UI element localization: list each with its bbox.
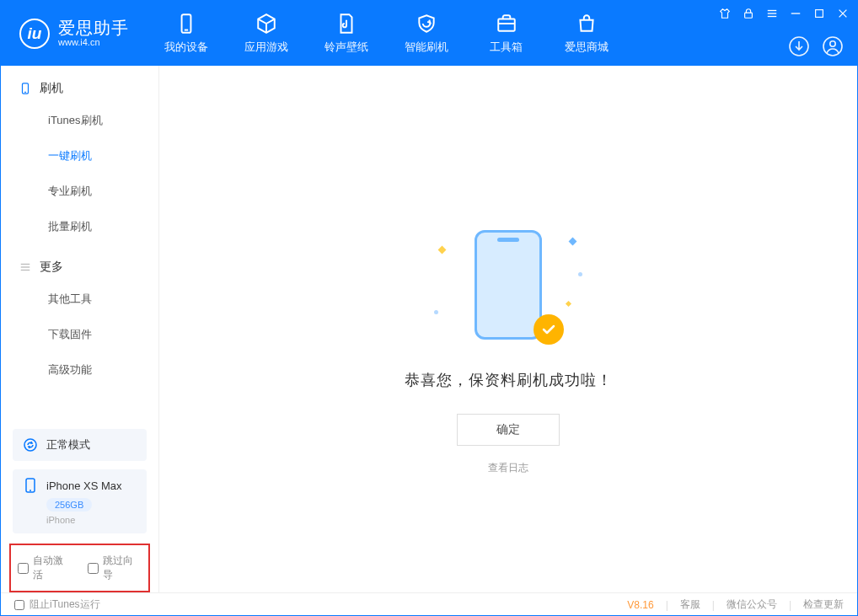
- checkbox-auto-activate[interactable]: 自动激活: [18, 554, 72, 582]
- svg-rect-8: [816, 10, 823, 18]
- footer-link-check-update[interactable]: 检查更新: [803, 597, 844, 612]
- checkbox-skip-guide[interactable]: 跳过向导: [88, 554, 142, 582]
- music-file-icon: [335, 13, 357, 35]
- svg-point-19: [24, 439, 36, 451]
- titlebar: iu 爱思助手 www.i4.cn 我的设备 应用游戏 铃声壁纸 智能刷机 工具…: [1, 1, 857, 66]
- nav-smart-flash[interactable]: 智能刷机: [386, 1, 466, 66]
- checkmark-badge-icon: [534, 314, 564, 345]
- bag-icon: [576, 13, 598, 35]
- top-navigation: 我的设备 应用游戏 铃声壁纸 智能刷机 工具箱 爱思商城: [146, 1, 626, 66]
- main-content: 恭喜您，保资料刷机成功啦！ 确定 查看日志: [159, 66, 857, 592]
- nav-toolbox[interactable]: 工具箱: [466, 1, 546, 66]
- success-illustration: [458, 230, 559, 340]
- user-circle-icon[interactable]: [822, 35, 844, 57]
- sidebar-item-itunes-flash[interactable]: iTunes刷机: [1, 103, 158, 138]
- svg-rect-2: [498, 19, 515, 30]
- download-circle-icon[interactable]: [788, 35, 810, 57]
- sidebar-group-more: 更多: [1, 244, 158, 281]
- view-log-link[interactable]: 查看日志: [488, 461, 528, 475]
- app-url: www.i4.cn: [58, 37, 129, 47]
- cube-icon: [255, 13, 277, 35]
- footer-bar: 阻止iTunes运行 V8.16 | 客服 | 微信公众号 | 检查更新: [1, 592, 857, 616]
- lock-icon[interactable]: [743, 8, 754, 19]
- nav-my-device[interactable]: 我的设备: [146, 1, 226, 66]
- sidebar-item-batch-flash[interactable]: 批量刷机: [1, 209, 158, 244]
- nav-store[interactable]: 爱思商城: [546, 1, 626, 66]
- sidebar: 刷机 iTunes刷机 一键刷机 专业刷机 批量刷机 更多 其他工具 下载固件 …: [1, 66, 159, 592]
- refresh-shield-icon: [416, 13, 437, 35]
- version-label: V8.16: [627, 599, 653, 611]
- footer-link-wechat[interactable]: 微信公众号: [727, 597, 777, 612]
- sidebar-group-flash: 刷机: [1, 66, 158, 103]
- device-capacity-badge: 256GB: [46, 498, 92, 512]
- list-icon: [19, 261, 31, 273]
- sidebar-item-advanced[interactable]: 高级功能: [1, 352, 158, 388]
- window-controls: [719, 8, 849, 19]
- success-message: 恭喜您，保资料刷机成功啦！: [405, 370, 613, 390]
- sidebar-item-other-tools[interactable]: 其他工具: [1, 281, 158, 317]
- connected-device-card[interactable]: iPhone XS Max 256GB iPhone: [13, 469, 147, 533]
- menu-icon[interactable]: [766, 8, 778, 19]
- briefcase-icon: [496, 13, 517, 35]
- sidebar-item-pro-flash[interactable]: 专业刷机: [1, 174, 158, 209]
- flash-options-row: 自动激活 跳过向导: [9, 544, 150, 592]
- minimize-icon[interactable]: [790, 8, 802, 19]
- device-small-icon: [19, 83, 31, 94]
- sidebar-item-download-firmware[interactable]: 下载固件: [1, 317, 158, 352]
- device-name: iPhone XS Max: [46, 479, 122, 492]
- footer-link-service[interactable]: 客服: [680, 597, 700, 612]
- maximize-icon[interactable]: [813, 8, 825, 19]
- nav-apps-games[interactable]: 应用游戏: [226, 1, 306, 66]
- user-controls: [788, 35, 844, 57]
- sidebar-item-onekey-flash[interactable]: 一键刷机: [1, 138, 158, 174]
- checkbox-block-itunes[interactable]: 阻止iTunes运行: [14, 597, 100, 612]
- device-type: iPhone: [46, 515, 137, 525]
- device-mode-status[interactable]: 正常模式: [13, 429, 147, 461]
- nav-ringtone-wallpaper[interactable]: 铃声壁纸: [306, 1, 386, 66]
- phone-icon: [175, 13, 197, 35]
- confirm-button[interactable]: 确定: [457, 414, 560, 446]
- close-icon[interactable]: [837, 8, 849, 19]
- logo-icon: iu: [19, 19, 50, 49]
- app-name: 爱思助手: [58, 19, 129, 37]
- app-logo[interactable]: iu 爱思助手 www.i4.cn: [1, 1, 146, 66]
- phone-outline-icon: [23, 478, 38, 493]
- sync-icon: [23, 437, 38, 453]
- svg-point-13: [830, 41, 835, 46]
- svg-rect-3: [745, 13, 753, 18]
- shirt-icon[interactable]: [719, 8, 731, 19]
